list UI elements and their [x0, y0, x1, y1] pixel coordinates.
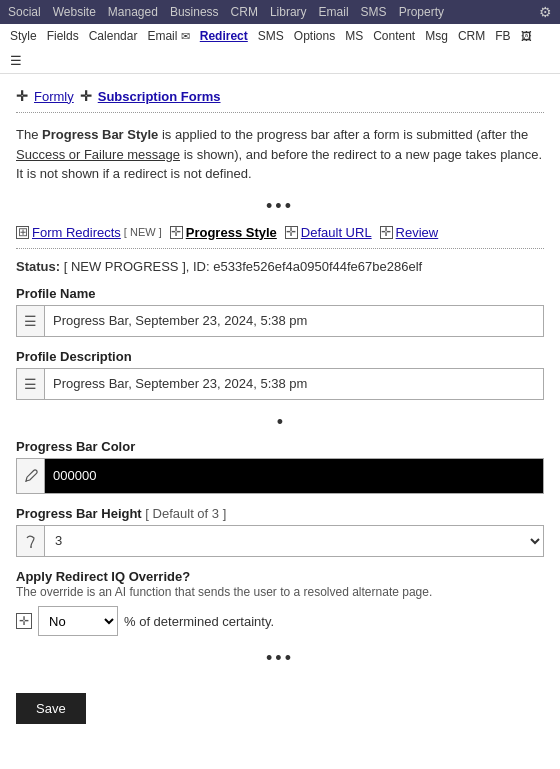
nav-library[interactable]: Library [270, 5, 307, 19]
nav-managed[interactable]: Managed [108, 5, 158, 19]
height-badge: [ Default of 3 ] [145, 506, 226, 521]
review-label: Review [396, 225, 439, 240]
breadcrumb: ✛ Formly ✛ Subscription Forms [16, 88, 544, 104]
formly-link[interactable]: Formly [34, 89, 74, 104]
height-label-text: Progress Bar Height [16, 506, 142, 521]
nav-email[interactable]: Email [319, 5, 349, 19]
tab-content[interactable]: Content [373, 29, 415, 43]
nav-business[interactable]: Business [170, 5, 219, 19]
tab-form-redirects[interactable]: ⊞ Form Redirects [ NEW ] [16, 225, 162, 240]
dots-separator-3: ••• [16, 648, 544, 669]
subscription-plus-icon: ✛ [80, 88, 92, 104]
tab-review[interactable]: ✛ Review [380, 225, 439, 240]
desc-bold: Progress Bar Style [42, 127, 158, 142]
progress-style-plus-icon: ✛ [170, 226, 183, 239]
height-select-handle [16, 525, 44, 557]
nav-social[interactable]: Social [8, 5, 41, 19]
tab-row: ⊞ Form Redirects [ NEW ] ✛ Progress Styl… [16, 225, 544, 240]
redirect-iq-select[interactable]: No Yes [38, 606, 118, 636]
tab-email[interactable]: Email ✉ [147, 29, 189, 43]
profile-description-label: Profile Description [16, 349, 544, 364]
redirect-iq-plus-icon: ✛ [16, 613, 32, 629]
formly-plus-icon: ✛ [16, 88, 28, 104]
color-picker-icon[interactable] [16, 458, 44, 494]
nav-sms[interactable]: SMS [361, 5, 387, 19]
status-row: Status: [ NEW PROGRESS ], ID: e533fe526e… [16, 259, 544, 274]
tab-calendar[interactable]: Calendar [89, 29, 138, 43]
top-navigation: Social Website Managed Business CRM Libr… [0, 0, 560, 24]
second-navigation: Style Fields Calendar Email ✉ Redirect S… [0, 24, 560, 74]
progress-bar-height-group: Progress Bar Height [ Default of 3 ] 1 2… [16, 506, 544, 557]
dots-separator-1: ••• [16, 196, 544, 217]
list-icon[interactable]: ☰ [10, 53, 22, 68]
default-url-label: Default URL [301, 225, 372, 240]
save-button[interactable]: Save [16, 693, 86, 724]
tab-style[interactable]: Style [10, 29, 37, 43]
height-select[interactable]: 1 2 3 4 5 6 7 8 9 10 [44, 525, 544, 557]
profile-description-handle-icon: ☰ [16, 368, 44, 400]
tab-redirect[interactable]: Redirect [200, 29, 248, 43]
profile-name-label: Profile Name [16, 286, 544, 301]
desc-underline: Success or Failure message [16, 147, 180, 162]
divider-2 [16, 248, 544, 249]
tab-options[interactable]: Options [294, 29, 335, 43]
review-plus-icon: ✛ [380, 226, 393, 239]
default-url-plus-icon: ✛ [285, 226, 298, 239]
page-icon: 🖼 [521, 30, 532, 42]
tab-default-url[interactable]: ✛ Default URL [285, 225, 372, 240]
profile-name-group: Profile Name ☰ [16, 286, 544, 337]
desc-text2: is applied to the progress bar after a f… [158, 127, 528, 142]
dropper-svg [23, 468, 39, 484]
progress-bar-color-label: Progress Bar Color [16, 439, 544, 454]
percent-text: % of determined certainty. [124, 614, 274, 629]
tab-sms[interactable]: SMS [258, 29, 284, 43]
color-input-row [16, 458, 544, 494]
profile-description-group: Profile Description ☰ [16, 349, 544, 400]
main-content: ✛ Formly ✛ Subscription Forms The Progre… [0, 74, 560, 738]
progress-style-label: Progress Style [186, 225, 277, 240]
dots-separator-2: • [16, 412, 544, 433]
tab-fields[interactable]: Fields [47, 29, 79, 43]
handle-svg [24, 534, 38, 548]
nav-crm[interactable]: CRM [231, 5, 258, 19]
profile-name-handle-icon: ☰ [16, 305, 44, 337]
tab-progress-style[interactable]: ✛ Progress Style [170, 225, 277, 240]
redirect-iq-description: The override is an AI function that send… [16, 584, 544, 601]
description-text: The Progress Bar Style is applied to the… [16, 125, 544, 184]
height-select-row: 1 2 3 4 5 6 7 8 9 10 [16, 525, 544, 557]
tab-fb[interactable]: FB [495, 29, 510, 43]
tab-msg[interactable]: Msg [425, 29, 448, 43]
form-redirects-plus-icon: ⊞ [16, 226, 29, 239]
profile-description-input[interactable] [44, 368, 544, 400]
email-icon: ✉ [181, 30, 190, 42]
color-hex-input[interactable] [44, 458, 544, 494]
status-value: [ NEW PROGRESS ], ID: e533fe526ef4a0950f… [64, 259, 422, 274]
profile-name-input-row: ☰ [16, 305, 544, 337]
form-redirects-label: Form Redirects [32, 225, 121, 240]
subscription-forms-link[interactable]: Subscription Forms [98, 89, 221, 104]
profile-name-input[interactable] [44, 305, 544, 337]
desc-text1: The [16, 127, 42, 142]
divider-1 [16, 112, 544, 113]
tab-ms[interactable]: MS [345, 29, 363, 43]
redirect-iq-section: Apply Redirect IQ Override? The override… [16, 569, 544, 637]
status-label: Status: [16, 259, 60, 274]
progress-bar-height-label: Progress Bar Height [ Default of 3 ] [16, 506, 544, 521]
email-text: Email [147, 29, 177, 43]
redirect-iq-row: ✛ No Yes % of determined certainty. [16, 606, 544, 636]
tab-crm[interactable]: CRM [458, 29, 485, 43]
nav-website[interactable]: Website [53, 5, 96, 19]
gear-icon[interactable]: ⚙ [539, 4, 552, 20]
svg-point-0 [30, 546, 32, 548]
nav-property[interactable]: Property [399, 5, 444, 19]
progress-bar-color-group: Progress Bar Color [16, 439, 544, 494]
profile-description-input-row: ☰ [16, 368, 544, 400]
new-badge: [ NEW ] [124, 226, 162, 238]
redirect-iq-title: Apply Redirect IQ Override? [16, 569, 544, 584]
